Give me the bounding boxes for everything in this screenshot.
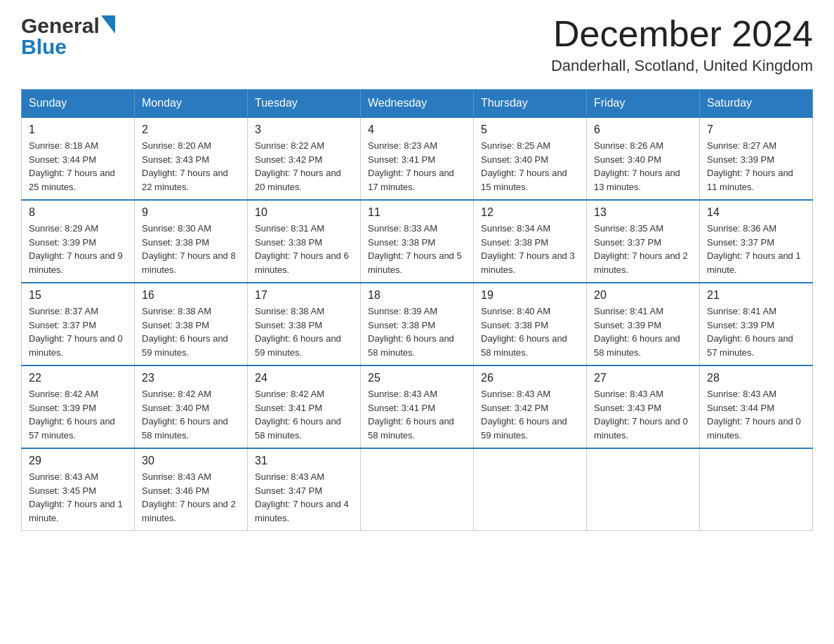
day-info: Sunrise: 8:35 AM Sunset: 3:37 PM Dayligh… [594, 222, 692, 276]
day-number: 14 [707, 206, 805, 219]
day-info: Sunrise: 8:43 AM Sunset: 3:45 PM Dayligh… [29, 470, 127, 525]
day-info: Sunrise: 8:26 AM Sunset: 3:40 PM Dayligh… [594, 139, 692, 194]
calendar-day: 10 Sunrise: 8:31 AM Sunset: 3:38 PM Dayl… [248, 200, 361, 283]
calendar-day: 24 Sunrise: 8:42 AM Sunset: 3:41 PM Dayl… [248, 365, 361, 448]
day-info: Sunrise: 8:42 AM Sunset: 3:41 PM Dayligh… [255, 387, 353, 442]
day-number: 15 [29, 289, 127, 302]
header-sunday: Sunday [22, 90, 135, 118]
day-number: 31 [255, 455, 353, 467]
day-info: Sunrise: 8:38 AM Sunset: 3:38 PM Dayligh… [142, 304, 240, 359]
calendar-day: 31 Sunrise: 8:43 AM Sunset: 3:47 PM Dayl… [248, 448, 361, 531]
day-number: 26 [481, 372, 579, 384]
day-info: Sunrise: 8:43 AM Sunset: 3:46 PM Dayligh… [142, 470, 240, 525]
calendar-day: 30 Sunrise: 8:43 AM Sunset: 3:46 PM Dayl… [135, 448, 248, 531]
day-info: Sunrise: 8:25 AM Sunset: 3:40 PM Dayligh… [481, 139, 579, 194]
calendar-day: 8 Sunrise: 8:29 AM Sunset: 3:39 PM Dayli… [22, 200, 135, 283]
day-number: 1 [29, 123, 127, 136]
day-number: 29 [29, 455, 127, 467]
day-info: Sunrise: 8:39 AM Sunset: 3:38 PM Dayligh… [368, 304, 466, 359]
calendar-day: 2 Sunrise: 8:20 AM Sunset: 3:43 PM Dayli… [135, 117, 248, 200]
day-number: 6 [594, 123, 692, 136]
day-info: Sunrise: 8:30 AM Sunset: 3:38 PM Dayligh… [142, 222, 240, 276]
day-number: 8 [29, 206, 127, 219]
day-number: 2 [142, 123, 240, 136]
calendar-week-row: 8 Sunrise: 8:29 AM Sunset: 3:39 PM Dayli… [22, 200, 813, 283]
svg-marker-0 [101, 15, 115, 34]
day-number: 18 [368, 289, 466, 302]
calendar-day: 27 Sunrise: 8:43 AM Sunset: 3:43 PM Dayl… [587, 365, 700, 448]
day-number: 3 [255, 123, 353, 136]
logo: General Blue [21, 14, 115, 59]
day-info: Sunrise: 8:34 AM Sunset: 3:38 PM Dayligh… [481, 222, 579, 276]
calendar-day: 14 Sunrise: 8:36 AM Sunset: 3:37 PM Dayl… [700, 200, 813, 283]
header-friday: Friday [587, 90, 700, 118]
calendar-day: 1 Sunrise: 8:18 AM Sunset: 3:44 PM Dayli… [22, 117, 135, 200]
day-info: Sunrise: 8:18 AM Sunset: 3:44 PM Dayligh… [29, 139, 127, 194]
day-info: Sunrise: 8:22 AM Sunset: 3:42 PM Dayligh… [255, 139, 353, 194]
day-number: 25 [368, 372, 466, 384]
page-header: General Blue December 2024 Danderhall, S… [21, 14, 813, 75]
day-info: Sunrise: 8:43 AM Sunset: 3:41 PM Dayligh… [368, 387, 466, 442]
calendar-day: 7 Sunrise: 8:27 AM Sunset: 3:39 PM Dayli… [700, 117, 813, 200]
calendar-day: 4 Sunrise: 8:23 AM Sunset: 3:41 PM Dayli… [361, 117, 474, 200]
month-title: December 2024 [551, 14, 813, 54]
calendar-day: 21 Sunrise: 8:41 AM Sunset: 3:39 PM Dayl… [700, 283, 813, 365]
day-info: Sunrise: 8:43 AM Sunset: 3:47 PM Dayligh… [255, 470, 353, 525]
calendar-day: 18 Sunrise: 8:39 AM Sunset: 3:38 PM Dayl… [361, 283, 474, 365]
header-wednesday: Wednesday [361, 90, 474, 118]
day-number: 4 [368, 123, 466, 136]
day-info: Sunrise: 8:43 AM Sunset: 3:42 PM Dayligh… [481, 387, 579, 442]
day-number: 21 [707, 289, 805, 302]
day-info: Sunrise: 8:31 AM Sunset: 3:38 PM Dayligh… [255, 222, 353, 276]
day-info: Sunrise: 8:38 AM Sunset: 3:38 PM Dayligh… [255, 304, 353, 359]
calendar-day: 12 Sunrise: 8:34 AM Sunset: 3:38 PM Dayl… [474, 200, 587, 283]
calendar-day: 23 Sunrise: 8:42 AM Sunset: 3:40 PM Dayl… [135, 365, 248, 448]
calendar-day: 9 Sunrise: 8:30 AM Sunset: 3:38 PM Dayli… [135, 200, 248, 283]
header-saturday: Saturday [700, 90, 813, 118]
day-info: Sunrise: 8:42 AM Sunset: 3:40 PM Dayligh… [142, 387, 240, 442]
calendar-empty-cell [474, 448, 587, 531]
calendar-day: 13 Sunrise: 8:35 AM Sunset: 3:37 PM Dayl… [587, 200, 700, 283]
day-number: 23 [142, 372, 240, 384]
calendar-table: Sunday Monday Tuesday Wednesday Thursday… [21, 89, 813, 531]
calendar-day: 22 Sunrise: 8:42 AM Sunset: 3:39 PM Dayl… [22, 365, 135, 448]
calendar-day: 16 Sunrise: 8:38 AM Sunset: 3:38 PM Dayl… [135, 283, 248, 365]
day-number: 20 [594, 289, 692, 302]
calendar-day: 19 Sunrise: 8:40 AM Sunset: 3:38 PM Dayl… [474, 283, 587, 365]
calendar-day: 29 Sunrise: 8:43 AM Sunset: 3:45 PM Dayl… [22, 448, 135, 531]
calendar-day: 25 Sunrise: 8:43 AM Sunset: 3:41 PM Dayl… [361, 365, 474, 448]
day-number: 27 [594, 372, 692, 384]
calendar-day: 5 Sunrise: 8:25 AM Sunset: 3:40 PM Dayli… [474, 117, 587, 200]
calendar-day: 28 Sunrise: 8:43 AM Sunset: 3:44 PM Dayl… [700, 365, 813, 448]
calendar-empty-cell [700, 448, 813, 531]
day-number: 11 [368, 206, 466, 219]
calendar-empty-cell [587, 448, 700, 531]
day-info: Sunrise: 8:41 AM Sunset: 3:39 PM Dayligh… [707, 304, 805, 359]
calendar-week-row: 29 Sunrise: 8:43 AM Sunset: 3:45 PM Dayl… [22, 448, 813, 531]
day-number: 7 [707, 123, 805, 136]
day-number: 10 [255, 206, 353, 219]
header-tuesday: Tuesday [248, 90, 361, 118]
day-info: Sunrise: 8:27 AM Sunset: 3:39 PM Dayligh… [707, 139, 805, 194]
calendar-week-row: 22 Sunrise: 8:42 AM Sunset: 3:39 PM Dayl… [22, 365, 813, 448]
location-subtitle: Danderhall, Scotland, United Kingdom [551, 57, 813, 75]
header-monday: Monday [135, 90, 248, 118]
day-number: 16 [142, 289, 240, 302]
calendar-day: 11 Sunrise: 8:33 AM Sunset: 3:38 PM Dayl… [361, 200, 474, 283]
day-number: 22 [29, 372, 127, 384]
day-number: 19 [481, 289, 579, 302]
calendar-day: 6 Sunrise: 8:26 AM Sunset: 3:40 PM Dayli… [587, 117, 700, 200]
day-number: 30 [142, 455, 240, 467]
day-number: 5 [481, 123, 579, 136]
day-info: Sunrise: 8:36 AM Sunset: 3:37 PM Dayligh… [707, 222, 805, 276]
calendar-week-row: 15 Sunrise: 8:37 AM Sunset: 3:37 PM Dayl… [22, 283, 813, 365]
calendar-day: 17 Sunrise: 8:38 AM Sunset: 3:38 PM Dayl… [248, 283, 361, 365]
calendar-week-row: 1 Sunrise: 8:18 AM Sunset: 3:44 PM Dayli… [22, 117, 813, 200]
header-thursday: Thursday [474, 90, 587, 118]
calendar-day: 20 Sunrise: 8:41 AM Sunset: 3:39 PM Dayl… [587, 283, 700, 365]
calendar-empty-cell [361, 448, 474, 531]
day-number: 9 [142, 206, 240, 219]
day-number: 13 [594, 206, 692, 219]
logo-arrow-icon [101, 15, 115, 34]
calendar-header-row: Sunday Monday Tuesday Wednesday Thursday… [22, 90, 813, 118]
